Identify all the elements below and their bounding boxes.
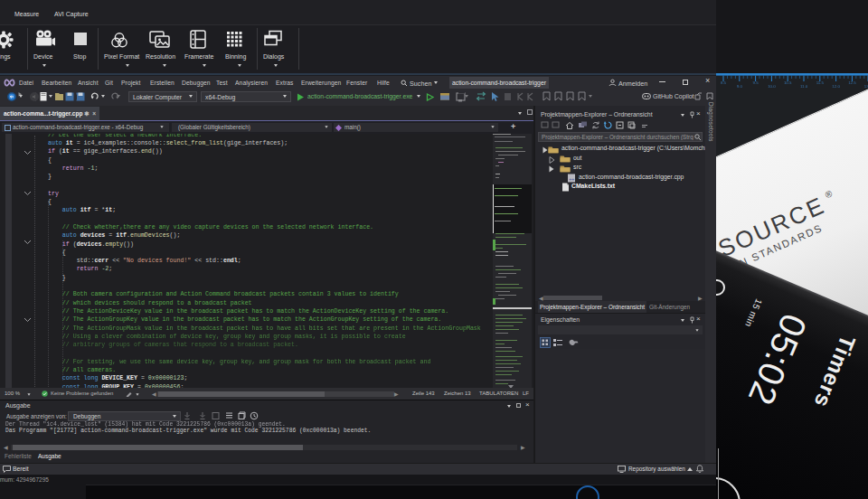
svg-text:12.0: 12.0 <box>832 84 840 89</box>
svg-text:13.0: 13.0 <box>864 84 868 89</box>
svg-text:9.0: 9.0 <box>737 84 743 89</box>
svg-text:+: + <box>571 175 575 181</box>
svg-text:10.5: 10.5 <box>784 80 792 85</box>
svg-text:12.5: 12.5 <box>848 80 856 85</box>
svg-text:11.0: 11.0 <box>800 84 808 89</box>
svg-text:11.5: 11.5 <box>816 80 825 85</box>
svg-text:9.5: 9.5 <box>753 80 760 85</box>
svg-text:8.5: 8.5 <box>721 80 727 85</box>
svg-text:10.0: 10.0 <box>768 84 776 89</box>
